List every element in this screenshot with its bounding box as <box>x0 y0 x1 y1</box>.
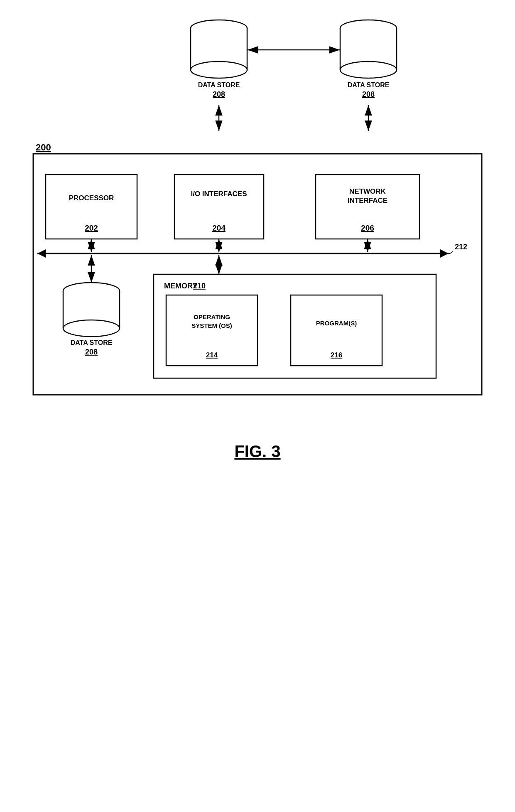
svg-point-32 <box>63 320 120 337</box>
bus-label: 212 <box>455 243 467 251</box>
os-title1: OPERATING <box>194 313 230 320</box>
svg-point-9 <box>191 62 247 78</box>
datastore-top-right-num: 208 <box>362 90 375 98</box>
svg-rect-18 <box>46 175 137 239</box>
svg-rect-36 <box>291 295 382 366</box>
network-num: 206 <box>361 224 374 232</box>
memory-title: MEMORY <box>164 282 197 290</box>
svg-point-14 <box>340 62 397 78</box>
io-title: I/O INTERFACES <box>191 190 247 198</box>
os-num: 214 <box>206 351 218 359</box>
svg-point-10 <box>340 20 397 37</box>
svg-rect-34 <box>154 274 436 378</box>
figure-label: FIG. 3 <box>234 442 280 460</box>
svg-rect-4 <box>33 154 482 395</box>
network-title2: INTERFACE <box>348 197 387 204</box>
svg-marker-22 <box>37 249 46 258</box>
memory-num: 210 <box>193 282 206 290</box>
datastore-top-right-title: DATA STORE <box>348 81 390 89</box>
datastore-bottom-title: DATA STORE <box>71 339 113 346</box>
svg-rect-35 <box>166 295 258 366</box>
svg-rect-11 <box>340 28 397 70</box>
svg-rect-20 <box>316 175 419 239</box>
svg-rect-19 <box>174 175 264 239</box>
svg-point-28 <box>63 283 120 299</box>
svg-point-5 <box>191 20 247 37</box>
svg-rect-29 <box>63 291 120 328</box>
processor-num: 202 <box>85 224 98 232</box>
io-num: 204 <box>212 224 226 232</box>
outer-box-label: 200 <box>36 142 51 153</box>
svg-marker-23 <box>440 249 449 258</box>
svg-rect-6 <box>191 28 247 70</box>
processor-title: PROCESSOR <box>69 194 114 202</box>
programs-title: PROGRAM(S) <box>316 320 357 327</box>
datastore-top-left-title: DATA STORE <box>198 81 240 89</box>
datastore-top-left-num: 208 <box>213 90 225 98</box>
network-title: NETWORK <box>349 187 386 195</box>
datastore-bottom-num: 208 <box>85 348 98 356</box>
os-title2: SYSTEM (OS) <box>191 322 232 329</box>
programs-num: 216 <box>331 351 342 359</box>
